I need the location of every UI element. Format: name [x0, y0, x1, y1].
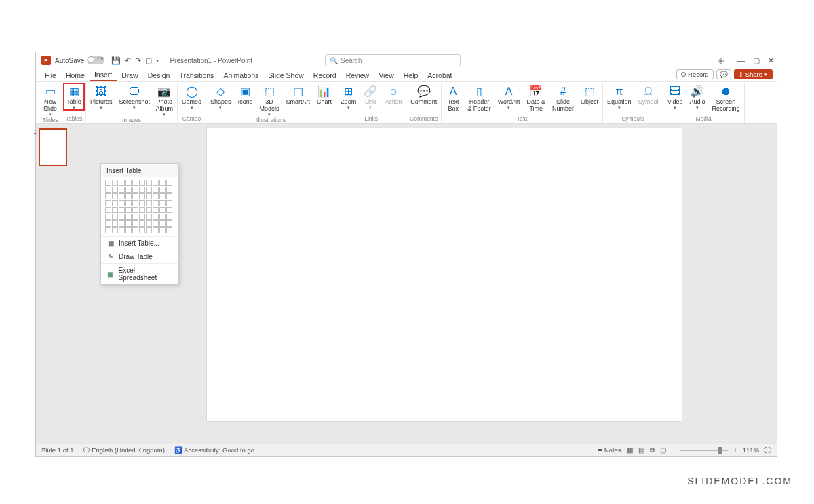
grid-cell[interactable]	[125, 220, 132, 227]
grid-cell[interactable]	[146, 200, 152, 206]
grid-cell[interactable]	[159, 214, 166, 220]
tab-help[interactable]: Help	[399, 69, 423, 81]
ribbon-wordart-button[interactable]: AWordArt▾	[495, 83, 523, 110]
minimize-button[interactable]: —	[737, 56, 745, 64]
maximize-button[interactable]: ▢	[753, 56, 760, 65]
grid-cell[interactable]	[153, 227, 159, 233]
grid-cell[interactable]	[132, 214, 138, 220]
ribbon-header-footer-button[interactable]: ▯Header & Footer	[465, 83, 494, 114]
grid-cell[interactable]	[166, 193, 172, 199]
grid-cell[interactable]	[139, 220, 145, 227]
grid-cell[interactable]	[112, 187, 118, 193]
tab-review[interactable]: Review	[341, 69, 374, 81]
excel-spreadsheet-menuitem[interactable]: ▦Excel Spreadsheet	[101, 263, 178, 284]
grid-cell[interactable]	[146, 214, 152, 220]
grid-cell[interactable]	[166, 214, 172, 220]
search-input[interactable]: 🔍 Search	[325, 54, 461, 66]
zoom-in[interactable]: +	[733, 446, 737, 454]
grid-cell[interactable]	[166, 180, 172, 186]
redo-icon[interactable]: ↷	[135, 56, 141, 65]
grid-cell[interactable]	[139, 214, 145, 220]
ribbon-video-button[interactable]: 🎞Video▾	[665, 83, 686, 110]
status-lang[interactable]: 🖵 English (United Kingdom)	[83, 446, 165, 454]
autosave-switch[interactable]: Off	[87, 56, 104, 64]
zoom-slider[interactable]	[680, 450, 728, 451]
ribbon-table-button[interactable]: ▦Table▾	[64, 83, 84, 110]
ribbon-slide-number-button[interactable]: #Slide Number	[549, 83, 577, 114]
ribbon-cameo-button[interactable]: ◯Cameo▾	[179, 83, 204, 110]
grid-cell[interactable]	[132, 220, 138, 227]
tab-design[interactable]: Design	[143, 69, 175, 81]
grid-cell[interactable]	[159, 207, 166, 213]
grid-cell[interactable]	[112, 200, 118, 206]
grid-cell[interactable]	[153, 187, 159, 193]
grid-cell[interactable]	[119, 200, 125, 206]
grid-cell[interactable]	[159, 180, 166, 186]
grid-cell[interactable]	[139, 207, 145, 213]
ribbon-chart-button[interactable]: 📊Chart	[314, 83, 334, 107]
tab-animations[interactable]: Animations	[218, 69, 263, 81]
grid-cell[interactable]	[105, 227, 111, 233]
grid-cell[interactable]	[125, 227, 132, 233]
grid-cell[interactable]	[105, 200, 111, 206]
view-normal-icon[interactable]: ▦	[627, 446, 633, 454]
grid-cell[interactable]	[119, 193, 125, 199]
share-button[interactable]: ⇧Share▾	[734, 69, 773, 79]
grid-cell[interactable]	[105, 214, 111, 220]
grid-cell[interactable]	[146, 220, 152, 227]
grid-cell[interactable]	[132, 227, 138, 233]
ribbon-audio-button[interactable]: 🔊Audio▾	[686, 83, 708, 110]
tab-slideshow[interactable]: Slide Show	[263, 69, 309, 81]
grid-cell[interactable]	[139, 227, 145, 233]
grid-cell[interactable]	[146, 180, 152, 186]
grid-cell[interactable]	[105, 187, 111, 193]
tab-view[interactable]: View	[374, 69, 399, 81]
qat-dropdown-icon[interactable]: ▾	[156, 58, 159, 64]
view-slideshow-icon[interactable]: ▢	[660, 446, 666, 454]
grid-cell[interactable]	[125, 214, 132, 220]
grid-cell[interactable]	[139, 180, 145, 186]
grid-cell[interactable]	[166, 200, 172, 206]
grid-cell[interactable]	[119, 214, 125, 220]
grid-cell[interactable]	[153, 200, 159, 206]
grid-cell[interactable]	[132, 193, 138, 199]
ribbon-comment-button[interactable]: 💬Comment	[408, 83, 440, 107]
grid-cell[interactable]	[105, 193, 111, 199]
zoom-out[interactable]: −	[672, 446, 676, 454]
grid-cell[interactable]	[112, 227, 118, 233]
grid-cell[interactable]	[125, 187, 132, 193]
grid-cell[interactable]	[153, 180, 159, 186]
grid-cell[interactable]	[153, 207, 159, 213]
tab-transitions[interactable]: Transitions	[174, 69, 218, 81]
ribbon-screen-recording-button[interactable]: ⏺Screen Recording	[710, 83, 743, 114]
grid-cell[interactable]	[146, 187, 152, 193]
tab-acrobat[interactable]: Acrobat	[423, 69, 457, 81]
ribbon-zoom-button[interactable]: ⊞Zoom▾	[338, 83, 359, 110]
tab-file[interactable]: File	[40, 69, 61, 81]
grid-cell[interactable]	[119, 180, 125, 186]
grid-cell[interactable]	[159, 220, 166, 227]
grid-cell[interactable]	[132, 200, 138, 206]
autosave-toggle[interactable]: AutoSave Off	[55, 56, 104, 64]
grid-cell[interactable]	[159, 200, 166, 206]
undo-icon[interactable]: ↶	[125, 56, 131, 65]
grid-cell[interactable]	[125, 207, 132, 213]
grid-cell[interactable]	[125, 180, 132, 186]
diamond-icon[interactable]: ◈	[718, 56, 724, 65]
grid-cell[interactable]	[112, 214, 118, 220]
record-button[interactable]: Record	[676, 69, 714, 79]
slide-thumbnail-1[interactable]	[39, 128, 67, 166]
status-accessibility[interactable]: ♿ Accessibility: Good to go	[174, 446, 254, 454]
grid-cell[interactable]	[105, 220, 111, 227]
grid-cell[interactable]	[153, 220, 159, 227]
grid-cell[interactable]	[132, 180, 138, 186]
grid-cell[interactable]	[112, 193, 118, 199]
grid-cell[interactable]	[105, 207, 111, 213]
comments-toggle[interactable]: 💬	[716, 69, 731, 79]
grid-cell[interactable]	[166, 207, 172, 213]
grid-cell[interactable]	[132, 187, 138, 193]
grid-cell[interactable]	[139, 200, 145, 206]
ribbon-3d-models-button[interactable]: ⬚3D Models▾	[257, 83, 282, 117]
grid-cell[interactable]	[119, 227, 125, 233]
ribbon-equation-button[interactable]: πEquation▾	[604, 83, 634, 110]
